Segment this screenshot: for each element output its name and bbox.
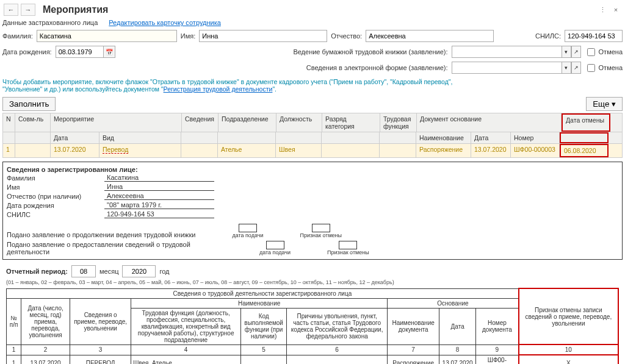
electronic-input[interactable] [452,62,562,74]
dob-input[interactable] [56,46,103,58]
fill-button[interactable]: Заполнить [2,97,56,111]
open-icon[interactable]: ↗ [571,62,581,74]
insured-data-label: Данные застрахованного лица [2,19,98,26]
report-row: 1 13.07.2020 ПЕРЕВОД Швея. Ателье. Распо… [7,355,619,364]
nav-forward-button[interactable]: → [21,4,35,16]
more-button[interactable]: Еще ▾ [586,97,623,111]
name-label: Имя: [181,32,195,40]
surname-input[interactable] [37,30,177,42]
paper-cancel-label: Отмена [599,48,623,55]
grid-row[interactable]: 1 13.07.2020 Перевод Ателье Швея Распоря… [2,144,623,158]
paper-book-label: Ведение бумажной трудовой книжки (заявле… [293,48,447,55]
electronic-cancel-label: Отмена [599,64,623,71]
snils-input[interactable] [565,30,623,42]
edit-card-link[interactable]: Редактировать карточку сотрудника [109,19,221,26]
open-icon[interactable]: ↗ [571,46,581,58]
dropdown-icon[interactable]: ▾ [562,62,571,74]
period-label: Отчетный период: [6,268,68,275]
nav-back-button[interactable]: ← [4,4,18,16]
page-title: Мероприятия [43,4,108,15]
electronic-label: Сведения в электронной форме (заявление)… [306,64,448,71]
electronic-cancel-checkbox[interactable] [587,64,595,72]
patronymic-input[interactable] [366,30,494,42]
close-icon[interactable]: × [610,4,621,15]
period-month[interactable] [71,265,96,277]
details-section: Сведения о зарегистрированном лице: Фами… [2,162,623,260]
calendar-icon[interactable]: 📅 [103,46,115,58]
surname-label: Фамилия: [2,32,33,40]
report-table: Сведения о трудовой деятельности зарегис… [6,288,619,364]
grid-subheader: Дата Вид Наименование Дата Номер [2,132,623,144]
patronymic-label: Отчество: [331,32,362,40]
dob-label: Дата рождения: [2,48,52,55]
grid-header: N Совм-ль Мероприятие Сведения Подраздел… [2,113,623,132]
hint-text: Чтобы добавить мероприятие, включите фла… [2,76,623,95]
snils-label: СНИЛС: [535,32,561,40]
name-input[interactable] [199,30,327,42]
dropdown-icon[interactable]: ▾ [562,46,571,58]
period-year[interactable] [122,265,156,277]
registration-link[interactable]: Регистрация трудовой деятельности [164,85,273,93]
paper-cancel-checkbox[interactable] [587,48,595,56]
menu-icon[interactable]: ⋮ [597,4,608,15]
paper-book-input[interactable] [452,46,562,58]
